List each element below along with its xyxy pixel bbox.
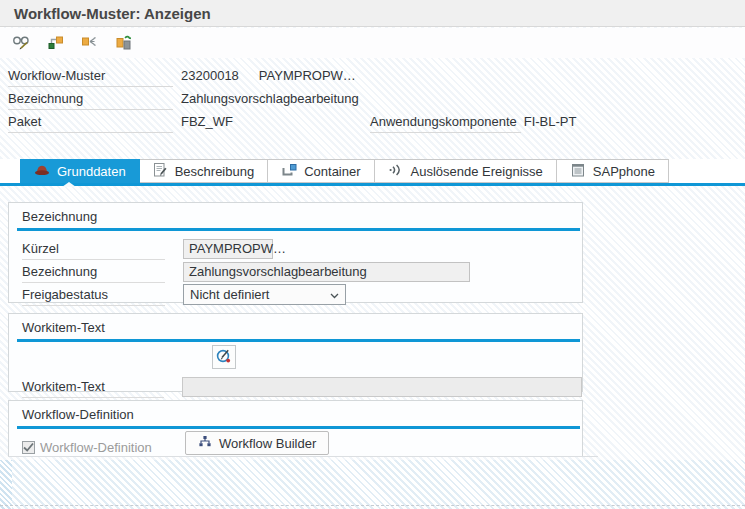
bottom-band: [0, 460, 745, 509]
form-row: [9, 345, 582, 371]
group-title-underline: [17, 426, 580, 429]
split-arrows-icon: [81, 33, 98, 53]
dropdown-value: Nicht definiert: [190, 287, 269, 302]
group-title: Workflow-Definition: [9, 401, 582, 426]
application-toolbar: [0, 28, 745, 58]
field-label: Bezeichnung: [8, 87, 173, 110]
tab-ausloesende-ereignisse[interactable]: Auslösende Ereignisse: [375, 159, 557, 183]
tab-beschreibung[interactable]: Beschreibung: [140, 159, 269, 183]
hierarchy-icon: [47, 33, 64, 53]
application-component-value: FI-BL-PT: [524, 114, 577, 129]
freigabestatus-dropdown[interactable]: Nicht definiert: [183, 284, 346, 305]
titlebar: Workflow-Muster: Anzeigen: [0, 0, 745, 27]
checkmark-icon: [23, 440, 34, 455]
chevron-down-icon: [330, 287, 339, 302]
hat-icon: [34, 163, 50, 179]
sound-waves-icon: [388, 162, 404, 181]
panel-bottom-edge: [8, 456, 598, 457]
sap-window: Workflow-Muster: Anzeigen: [0, 0, 745, 509]
hierarchy-button[interactable]: [42, 30, 68, 56]
glasses-pencil-icon: [12, 33, 31, 53]
tab-grunddaten[interactable]: Grunddaten: [20, 159, 140, 183]
active-tab-notch: [62, 182, 76, 187]
header-form: Workflow-Muster 23200018 PAYMPROPW… Beze…: [8, 64, 745, 133]
workitem-text-field: [182, 377, 582, 397]
document-pencil-icon: [153, 162, 168, 181]
field-label: Bezeichnung: [22, 260, 165, 283]
kuerzel-field[interactable]: PAYMPROPW…: [183, 239, 273, 259]
application-component: Anwendungskomponente FI-BL-PT: [370, 110, 576, 133]
display-change-button[interactable]: [8, 30, 34, 56]
group-workflow-definition: Workflow-Definition Workflow-Definition: [8, 400, 583, 457]
workflow-builder-button[interactable]: Workflow Builder: [185, 431, 329, 455]
checkbox-label: Workflow-Definition: [40, 440, 152, 455]
group-title: Bezeichnung: [9, 203, 582, 228]
distribute-button[interactable]: [76, 30, 102, 56]
package-value: FBZ_WF: [181, 114, 233, 129]
description-value: Zahlungsvorschlagbearbeitung: [181, 91, 359, 106]
bottom-dashed-line: [0, 505, 745, 506]
form-row: Bezeichnung Zahlungsvorschlagbearbeitung: [8, 87, 745, 110]
field-label: Workitem-Text: [22, 375, 164, 398]
button-label: Workflow Builder: [219, 436, 316, 451]
form-row: Bezeichnung Zahlungsvorschlagbearbeitung: [9, 260, 582, 283]
bezeichnung-field[interactable]: Zahlungsvorschlagbearbeitung: [183, 262, 470, 282]
copy-objects-icon: [115, 33, 132, 53]
tab-container[interactable]: Container: [268, 159, 374, 183]
form-row: Workflow-Muster 23200018 PAYMPROPW…: [8, 64, 745, 87]
group-title-underline: [17, 339, 580, 342]
field-label: Anwendungskomponente: [370, 110, 521, 133]
workflow-abbr-value: PAYMPROPW…: [259, 68, 356, 83]
group-title: Workitem-Text: [9, 314, 582, 339]
insert-expression-icon: [215, 347, 233, 368]
workflow-number-value: 23200018: [181, 68, 239, 83]
tab-strip: Grunddaten Beschreibung Container: [0, 159, 745, 183]
group-bezeichnung: Bezeichnung Kürzel PAYMPROPW… Bezeichnun…: [8, 202, 583, 303]
form-row: Paket FBZ_WF Anwendungskomponente FI-BL-…: [8, 110, 745, 133]
phone-list-icon: [570, 162, 586, 181]
field-label: Freigabestatus: [22, 283, 165, 306]
form-row: Workitem-Text: [9, 375, 582, 398]
field-label: Workflow-Muster: [8, 64, 173, 87]
tab-label: SAPphone: [593, 164, 655, 179]
group-workitem-text: Workitem-Text Workitem-Text: [8, 313, 583, 392]
form-row: Kürzel PAYMPROPW…: [9, 237, 582, 260]
workflow-icon: [198, 435, 212, 451]
insert-expression-button[interactable]: [212, 345, 236, 369]
page-title: Workflow-Muster: Anzeigen: [14, 5, 211, 22]
form-row: Freigabestatus Nicht definiert: [9, 283, 582, 306]
group-title-underline: [17, 228, 580, 231]
container-icon: [281, 162, 297, 181]
tab-label: Auslösende Ereignisse: [411, 164, 543, 179]
tab-label: Container: [304, 164, 360, 179]
tab-sapphone[interactable]: SAPphone: [557, 159, 669, 183]
tab-label: Beschreibung: [175, 164, 255, 179]
field-label: Paket: [8, 110, 173, 133]
tab-label: Grunddaten: [57, 164, 126, 179]
workflow-definition-checkbox: [22, 441, 35, 454]
left-gutter: [0, 460, 12, 509]
tab-underline: [0, 183, 745, 186]
copy-button[interactable]: [110, 30, 136, 56]
field-label: Kürzel: [22, 237, 165, 260]
